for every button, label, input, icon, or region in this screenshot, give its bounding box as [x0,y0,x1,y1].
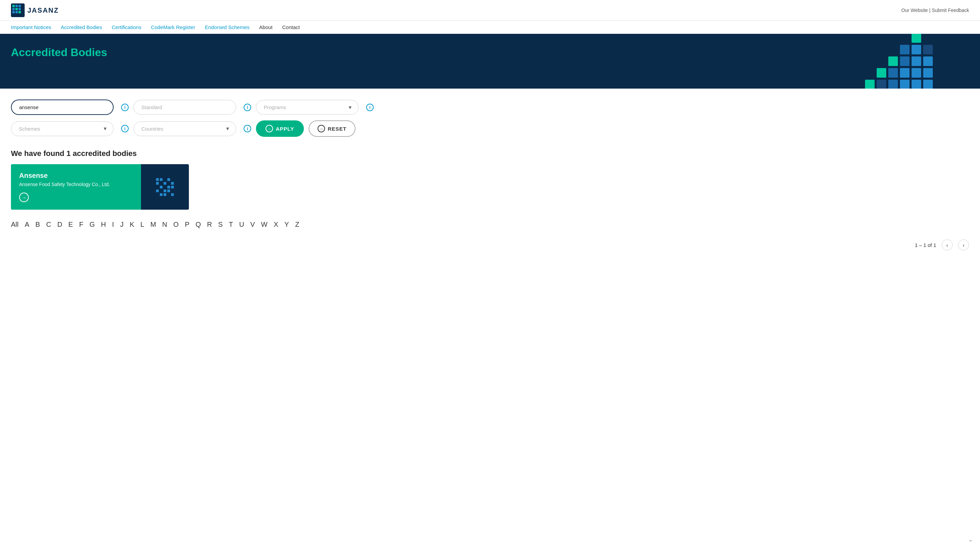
alpha-d[interactable]: D [57,221,62,229]
alpha-b[interactable]: B [36,221,40,229]
alpha-x[interactable]: X [274,221,278,229]
svg-rect-8 [15,11,18,13]
logo-dot [160,182,162,185]
alpha-f[interactable]: F [79,221,83,229]
hero-square [923,68,933,78]
schemes-select[interactable]: Schemes [11,121,114,136]
alpha-r[interactable]: R [207,221,212,229]
pagination-next[interactable]: › [958,239,969,250]
alphabet-nav: AllABCDEFGHIJKLMNOPQRSTUVWXYZ [11,221,969,229]
svg-rect-1 [12,5,15,7]
alpha-all[interactable]: All [11,221,19,229]
logo-dot [160,189,162,192]
logo-dot [156,186,159,188]
nav-bar: Important Notices Accredited Bodies Cert… [0,21,980,34]
countries-select[interactable]: Countries [134,121,236,136]
hero-title: Accredited Bodies [11,46,969,59]
logo-dot [160,193,162,196]
card-arrow-icon[interactable]: → [19,192,29,202]
card-left: Ansense Ansense Food Safety Technology C… [11,164,141,210]
alpha-q[interactable]: Q [196,221,201,229]
nav-about[interactable]: About [259,24,272,30]
apply-label: APPLY [276,126,294,132]
alpha-i[interactable]: I [112,221,114,229]
alpha-e[interactable]: E [68,221,73,229]
hero-square [853,56,863,66]
nav-important-notices[interactable]: Important Notices [11,24,51,30]
name-input[interactable] [11,100,114,115]
logo-dot [160,186,162,188]
alpha-a[interactable]: A [25,221,29,229]
result-card[interactable]: Ansense Ansense Food Safety Technology C… [11,164,189,210]
alpha-w[interactable]: W [261,221,267,229]
card-name: Ansense [19,172,133,180]
svg-rect-3 [19,5,21,7]
alpha-y[interactable]: Y [284,221,289,229]
hero-square [877,34,886,43]
alpha-j[interactable]: J [120,221,124,229]
alpha-c[interactable]: C [46,221,51,229]
hero-square [923,45,933,54]
alpha-p[interactable]: P [185,221,189,229]
card-logo [141,164,189,210]
card-subtitle: Ansense Food Safety Technology Co., Ltd. [19,182,133,187]
hero-square [865,68,875,78]
name-info-icon[interactable]: i [121,103,129,111]
nav-endorsed-schemes[interactable]: Endorsed Schemes [205,24,250,30]
results-count: We have found 1 accredited bodies [11,149,969,158]
alpha-m[interactable]: M [150,221,156,229]
svg-rect-4 [12,8,15,10]
countries-select-wrap: Countries ▼ [134,121,236,136]
programs-select[interactable]: Programs [256,100,359,114]
alpha-o[interactable]: O [173,221,179,229]
hero-square [912,45,921,54]
logo-dot [167,178,170,181]
hero-square [900,80,910,89]
nav-certifications[interactable]: Certifications [111,24,141,30]
alpha-u[interactable]: U [239,221,244,229]
alpha-k[interactable]: K [130,221,134,229]
alpha-t[interactable]: T [229,221,233,229]
reset-label: RESET [328,126,347,132]
hero-square [853,45,863,54]
standard-info-icon[interactable]: i [243,103,251,111]
schemes-info-icon[interactable]: i [121,125,129,132]
hero-square [900,34,910,43]
logo-dot [156,178,159,181]
reset-arrow-icon: → [318,125,325,132]
logo-text: JASANZ [27,6,59,14]
search-area: i i Programs ▼ i Schemes ▼ i Countries ▼… [0,89,980,149]
hero-square [900,45,910,54]
logo-dot [171,186,174,188]
nav-contact[interactable]: Contact [282,24,300,30]
name-input-wrap [11,100,114,115]
logo-dot [156,193,159,196]
alpha-v[interactable]: V [250,221,255,229]
nav-accredited-bodies[interactable]: Accredited Bodies [61,24,102,30]
hero-square [912,56,921,66]
hero-square [888,45,898,54]
nav-codemark-register[interactable]: CodeMark Register [151,24,195,30]
programs-info-icon[interactable]: i [366,103,374,111]
apply-button[interactable]: → APPLY [256,121,304,137]
top-links[interactable]: Our Website | Submit Feedback [901,8,969,13]
alpha-l[interactable]: L [140,221,144,229]
logo: JASANZ [11,3,59,17]
pagination-prev[interactable]: ‹ [942,239,953,250]
hero-square [888,80,898,89]
standard-input[interactable] [134,100,236,114]
logo-dot [167,182,170,185]
results-area: We have found 1 accredited bodies Ansens… [0,149,980,268]
hero-square [865,45,875,54]
hero-square [900,56,910,66]
alpha-z[interactable]: Z [295,221,299,229]
hero-square [877,80,886,89]
alpha-h[interactable]: H [101,221,106,229]
reset-button[interactable]: → RESET [309,121,356,137]
pagination: 1 – 1 of 1 ‹ › [11,239,969,257]
alpha-g[interactable]: G [89,221,95,229]
alpha-s[interactable]: S [218,221,223,229]
logo-dot [164,186,166,188]
countries-info-icon[interactable]: i [243,125,251,132]
alpha-n[interactable]: N [162,221,167,229]
